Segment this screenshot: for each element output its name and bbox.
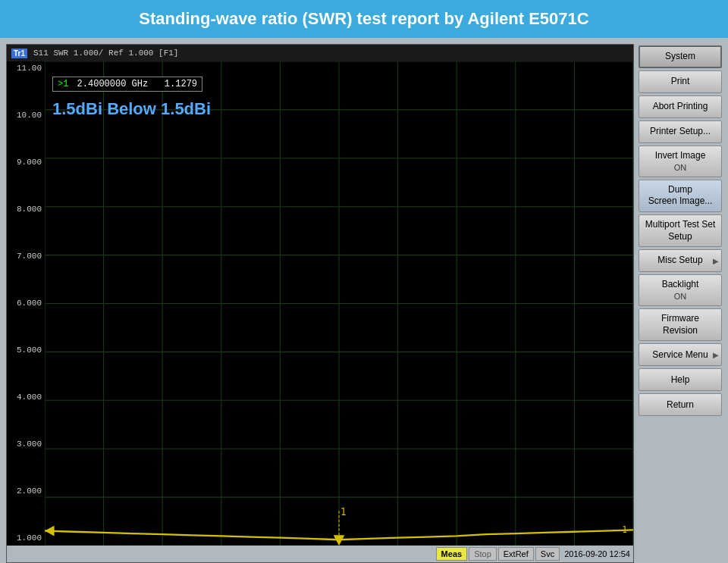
svg-text:1: 1 [622,524,627,535]
system-button[interactable]: System [639,45,722,68]
main-area: Tr1 S11 SWR 1.000/ Ref 1.000 [F1] 11.00 … [0,38,728,563]
sidebar-misc-row: Misc Setup ▶ [639,249,722,272]
y-label-9: 9.000 [7,158,45,167]
invert-image-status: ON [674,162,687,173]
sidebar-backlight-row: Backlight ON [639,274,722,306]
chart-info: S11 SWR 1.000/ Ref 1.000 [F1] [33,48,178,58]
y-label-10: 10.00 [7,111,45,120]
dump-screen-button[interactable]: DumpScreen Image... [639,180,722,212]
y-label-3: 3.000 [7,440,45,449]
chart-topbar: Tr1 S11 SWR 1.000/ Ref 1.000 [F1] [7,45,633,61]
help-button[interactable]: Help [639,368,722,391]
y-label-4: 4.000 [7,393,45,402]
misc-setup-button[interactable]: Misc Setup ▶ [639,249,722,272]
y-axis: 11.00 10.00 9.000 8.000 7.000 6.000 5.00… [7,61,45,546]
invert-image-button[interactable]: Invert Image ON [639,145,722,177]
swr-chart-svg: 1 1 [45,61,633,546]
sidebar-system-row: System [639,45,722,68]
datetime-display: 2016-09-20 12:54 [564,549,630,558]
return-button[interactable]: Return [639,393,722,416]
trace-badge: Tr1 [11,48,27,58]
sidebar-return-row: Return [639,393,722,416]
firmware-revision-button[interactable]: FirmwareRevision [639,308,722,341]
backlight-button[interactable]: Backlight ON [639,274,722,306]
page-header: Standing-wave ratio (SWR) test report by… [0,0,728,38]
meas-button[interactable]: Meas [436,547,468,561]
y-label-5: 5.000 [7,346,45,355]
print-button[interactable]: Print [639,70,722,93]
y-label-7: 7.000 [7,252,45,261]
y-label-8: 8.000 [7,205,45,214]
stop-button[interactable]: Stop [469,547,497,561]
y-label-6: 6.000 [7,299,45,308]
svg-marker-26 [45,526,55,536]
sidebar-service-row: Service Menu ▶ [639,343,722,366]
sidebar-print-row: Print [639,70,722,93]
sidebar-dump-row: DumpScreen Image... [639,180,722,212]
abort-printing-button[interactable]: Abort Printing [639,95,722,118]
page-title: Standing-wave ratio (SWR) test report by… [139,9,588,29]
chart-annotation: 1.5dBi Below 1.5dBi [52,99,211,119]
y-label-2: 2.000 [7,487,45,496]
marker-value: 2.4000000 GHz 1.1279 [77,79,197,89]
sidebar-invert-row: Invert Image ON [639,145,722,177]
y-label-11: 11.00 [7,64,45,73]
marker-info-box: >1 2.4000000 GHz 1.1279 [52,77,202,92]
y-label-1: 1.000 [7,534,45,543]
svc-button[interactable]: Svc [535,547,560,561]
backlight-status: ON [674,291,687,302]
multiport-test-button[interactable]: Multiport Test SetSetup [639,214,722,247]
svg-text:1: 1 [340,506,347,518]
service-menu-button[interactable]: Service Menu ▶ [639,343,722,366]
service-menu-arrow-icon: ▶ [713,350,719,360]
extref-button[interactable]: ExtRef [498,547,534,561]
sidebar-help-row: Help [639,368,722,391]
right-sidebar: System Print Abort Printing Printer Setu… [639,44,722,563]
sidebar-printer-setup-row: Printer Setup... [639,120,722,143]
chart-plot: 11.00 10.00 9.000 8.000 7.000 6.000 5.00… [7,61,633,546]
sidebar-abort-row: Abort Printing [639,95,722,118]
sidebar-multiport-row: Multiport Test SetSetup [639,214,722,247]
status-bar: Meas Stop ExtRef Svc 2016-09-20 12:54 [7,546,633,562]
misc-setup-arrow-icon: ▶ [713,256,719,266]
printer-setup-button[interactable]: Printer Setup... [639,120,722,143]
marker-arrow-icon: >1 [58,79,68,89]
sidebar-firmware-row: FirmwareRevision [639,308,722,341]
chart-container: Tr1 S11 SWR 1.000/ Ref 1.000 [F1] 11.00 … [6,44,634,563]
